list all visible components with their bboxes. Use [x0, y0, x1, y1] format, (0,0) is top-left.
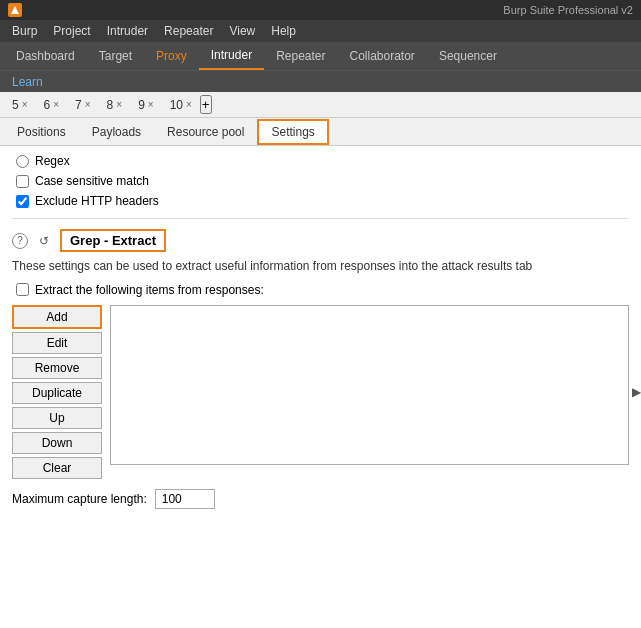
case-sensitive-label: Case sensitive match: [35, 174, 149, 188]
grep-title: Grep - Extract: [60, 229, 166, 252]
add-tab-button[interactable]: +: [200, 95, 212, 114]
remove-button[interactable]: Remove: [12, 357, 102, 379]
nav-proxy[interactable]: Proxy: [144, 42, 199, 70]
nav-collaborator[interactable]: Collaborator: [338, 42, 427, 70]
regex-label: Regex: [35, 154, 70, 168]
nav-tabs: Dashboard Target Proxy Intruder Repeater…: [0, 42, 641, 70]
svg-marker-0: [11, 6, 19, 14]
sub-tab-7[interactable]: 7 ×: [67, 95, 99, 115]
tab-payloads[interactable]: Payloads: [79, 120, 154, 144]
extract-layout: Add Edit Remove Duplicate Up Down Clear …: [12, 305, 629, 479]
sub-tab-8[interactable]: 8 ×: [99, 95, 131, 115]
section-tabs: Positions Payloads Resource pool Setting…: [0, 118, 641, 146]
edit-button[interactable]: Edit: [12, 332, 102, 354]
exclude-http-label: Exclude HTTP headers: [35, 194, 159, 208]
clear-button[interactable]: Clear: [12, 457, 102, 479]
case-sensitive-row: Case sensitive match: [12, 174, 629, 188]
case-sensitive-checkbox[interactable]: [16, 175, 29, 188]
exclude-http-row: Exclude HTTP headers: [12, 194, 629, 208]
max-capture-label: Maximum capture length:: [12, 492, 147, 506]
extract-buttons: Add Edit Remove Duplicate Up Down Clear: [12, 305, 102, 479]
help-icon[interactable]: ?: [12, 233, 28, 249]
regex-radio[interactable]: [16, 155, 29, 168]
title-bar: Burp Suite Professional v2: [0, 0, 641, 20]
nav-target[interactable]: Target: [87, 42, 144, 70]
extract-list: [110, 305, 629, 465]
refresh-icon[interactable]: ↺: [36, 233, 52, 249]
grep-extract-section: ? ↺ Grep - Extract These settings can be…: [12, 229, 629, 509]
sub-tab-6[interactable]: 6 ×: [36, 95, 68, 115]
add-button[interactable]: Add: [12, 305, 102, 329]
regex-row: Regex: [12, 154, 629, 168]
tab-resource-pool[interactable]: Resource pool: [154, 120, 257, 144]
sub-tabs-row: 5 × 6 × 7 × 8 × 9 × 10 × +: [0, 92, 641, 118]
extract-list-container: ▶: [110, 305, 629, 479]
menu-view[interactable]: View: [221, 20, 263, 42]
nav-dashboard[interactable]: Dashboard: [4, 42, 87, 70]
burp-icon: [8, 3, 22, 17]
max-capture-row: Maximum capture length:: [12, 489, 629, 509]
extract-label: Extract the following items from respons…: [35, 283, 264, 297]
sub-tab-5[interactable]: 5 ×: [4, 95, 36, 115]
menu-project[interactable]: Project: [45, 20, 98, 42]
nav-sequencer[interactable]: Sequencer: [427, 42, 509, 70]
divider-1: [12, 218, 629, 219]
duplicate-button[interactable]: Duplicate: [12, 382, 102, 404]
learn-bar: Learn: [0, 70, 641, 92]
menu-help[interactable]: Help: [263, 20, 304, 42]
down-button[interactable]: Down: [12, 432, 102, 454]
extract-checkbox-row: Extract the following items from respons…: [12, 283, 629, 297]
nav-intruder[interactable]: Intruder: [199, 42, 264, 70]
content-area: Regex Case sensitive match Exclude HTTP …: [0, 146, 641, 628]
sub-tab-9[interactable]: 9 ×: [130, 95, 162, 115]
exclude-http-checkbox[interactable]: [16, 195, 29, 208]
max-capture-input[interactable]: [155, 489, 215, 509]
app-title: Burp Suite Professional v2: [28, 4, 633, 16]
menu-bar: Burp Project Intruder Repeater View Help: [0, 20, 641, 42]
menu-repeater[interactable]: Repeater: [156, 20, 221, 42]
extract-checkbox[interactable]: [16, 283, 29, 296]
menu-burp[interactable]: Burp: [4, 20, 45, 42]
grep-description: These settings can be used to extract us…: [12, 258, 629, 275]
menu-intruder[interactable]: Intruder: [99, 20, 156, 42]
tab-positions[interactable]: Positions: [4, 120, 79, 144]
up-button[interactable]: Up: [12, 407, 102, 429]
grep-header: ? ↺ Grep - Extract: [12, 229, 629, 252]
expand-arrow-icon[interactable]: ▶: [632, 385, 641, 399]
sub-tab-10[interactable]: 10 ×: [162, 95, 200, 115]
nav-repeater[interactable]: Repeater: [264, 42, 337, 70]
tab-settings[interactable]: Settings: [257, 119, 328, 145]
learn-link[interactable]: Learn: [4, 73, 51, 91]
